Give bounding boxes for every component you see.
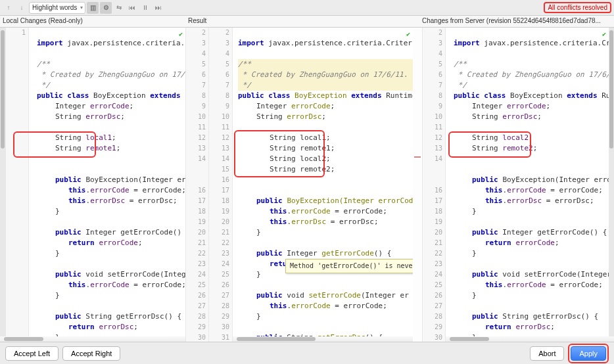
check-icon: ✔ <box>179 29 183 39</box>
check-icon: ✔ <box>602 29 606 39</box>
accept-right-button[interactable]: Accept Right <box>62 346 120 361</box>
check-icon: ✔ <box>406 29 410 39</box>
gutter-right: 2 3 4 5 6 7 8 9 10 11 12 13 14 16 17 18 … <box>422 28 446 342</box>
header-right: Changes from Server (revision 55224d6454… <box>419 16 614 27</box>
merge-strip <box>413 28 422 342</box>
gutter-mid-right: 2 3 4 5 6 7 8 9 10 11 12 13 14 15 16 17 … <box>209 28 233 342</box>
pane-mid[interactable]: ✔ import javax.persistence.criteria.Crit… <box>233 28 413 342</box>
nav-first-icon[interactable]: ⏮ <box>126 2 138 14</box>
pane-left[interactable]: ✔ 1 import javax.persistence.criteria.Cr… <box>0 28 185 342</box>
apply-button[interactable]: Apply <box>571 346 606 361</box>
prev-diff-icon[interactable]: ↑ <box>3 2 14 14</box>
bottom-bar: Accept Left Accept Right Abort Apply <box>0 342 614 364</box>
pane-right[interactable]: ✔ import javax.persistence.criteria.Crit… <box>446 28 614 342</box>
next-diff-icon[interactable]: ↓ <box>16 2 28 14</box>
nav-last-icon[interactable]: ⏭ <box>153 2 164 14</box>
nav-mid-icon[interactable]: ⏸ <box>139 2 151 14</box>
abort-button[interactable]: Abort <box>530 346 564 361</box>
gutter-left: 1 <box>5 28 29 336</box>
header-mid: Result <box>185 16 419 27</box>
merge-panes: ✔ 1 import javax.persistence.criteria.Cr… <box>0 28 614 342</box>
apply-highlight: Apply <box>568 344 609 363</box>
pane-headers: Local Changes (Read-only) Result Changes… <box>0 16 614 28</box>
scrollbar-h[interactable] <box>233 336 413 342</box>
collapse-icon[interactable]: ▥ <box>87 2 99 14</box>
gutter-mid-left: 2 3 4 5 6 7 8 9 10 11 12 13 14 16 17 18 … <box>185 28 209 342</box>
scrollbar-h[interactable] <box>446 336 614 342</box>
inspection-tooltip: Method 'getErrorCode()' is never used <box>285 259 413 273</box>
header-left: Local Changes (Read-only) <box>0 16 185 27</box>
scrollbar-h[interactable] <box>0 336 185 342</box>
status-resolved: All conflicts resolved <box>544 2 611 13</box>
sync-scroll-icon[interactable]: ⇆ <box>113 2 125 14</box>
settings-icon[interactable]: ⚙ <box>100 2 112 14</box>
highlight-select[interactable]: Highlight words <box>29 2 85 14</box>
accept-left-button[interactable]: Accept Left <box>5 346 59 361</box>
toolbar: ↑ ↓ Highlight words ▥ ⚙ ⇆ ⏮ ⏸ ⏭ All conf… <box>0 0 614 16</box>
